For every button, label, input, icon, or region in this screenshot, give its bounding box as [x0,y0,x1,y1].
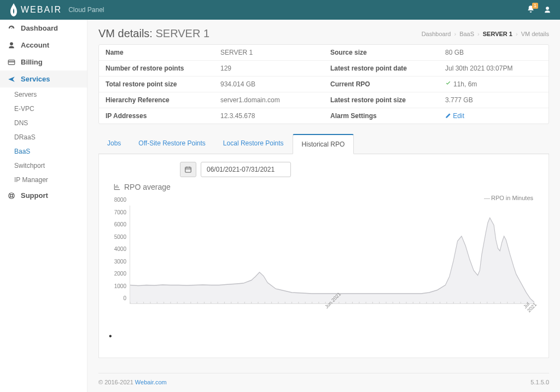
tab-local-restore-points[interactable]: Local Restore Points [214,134,293,154]
sidebar-item-label: Billing [21,58,43,66]
svg-rect-1 [8,61,15,62]
detail-value: 80 GB [445,49,464,56]
sidebar-item-label: Support [21,191,48,200]
detail-row: Current RPO11h, 6m [324,77,549,92]
brand-name: WEBAIR [21,5,62,15]
user-icon [8,42,15,49]
detail-value: SERVER 1 [220,49,253,56]
y-tick: 8000 [114,197,126,203]
detail-value: 12.3.45.678 [220,112,255,120]
sidebar-sub-draas[interactable]: DRaaS [0,130,87,144]
detail-value: 3.777 GB [445,96,473,104]
y-tick: 0 [123,295,126,301]
chart-area-fill [130,218,534,303]
detail-label: Latest restore point date [330,65,445,72]
detail-row: Latest restore point size3.777 GB [324,92,549,108]
detail-value: Jul 30th 2021 03:07PM [445,65,512,72]
y-tick: 5000 [114,233,126,239]
y-tick: 3000 [114,258,126,264]
detail-value: 934.014 GB [220,80,255,88]
bullet-marker: • [109,331,539,341]
tabs: JobsOff-Site Restore PointsLocal Restore… [98,134,549,154]
brand-flame-icon [9,3,19,16]
breadcrumb-item[interactable]: SERVER 1 [483,31,512,37]
breadcrumb-item[interactable]: Dashboard [422,31,451,37]
vm-details-card: NameSERVER 1Number of restore points129T… [98,44,549,124]
sidebar-sub-servers[interactable]: Servers [0,87,87,102]
sidebar-item-billing[interactable]: Billing [0,54,87,71]
detail-label: Latest restore point size [330,96,445,104]
detail-label: Hierarchy Reference [106,96,220,104]
detail-row: Latest restore point dateJul 30th 2021 0… [324,61,549,77]
breadcrumb-item[interactable]: BaaS [459,31,474,37]
detail-value: 11h, 6m [445,80,477,88]
sidebar-item-services[interactable]: Services [0,71,87,87]
user-menu-icon[interactable] [544,6,551,14]
footer-link[interactable]: Webair.com [135,379,167,385]
check-icon [445,80,451,88]
calendar-icon [184,166,192,173]
edit-link[interactable]: Edit [445,112,464,120]
y-tick: 6000 [114,221,126,227]
sidebar-item-label: Dashboard [21,24,58,32]
sidebar-sub-ip-manager[interactable]: IP Manager [0,173,87,187]
brand[interactable]: WEBAIR Cloud Panel [9,3,104,16]
detail-value[interactable]: Edit [445,112,464,120]
detail-value: server1.domain.com [220,96,280,104]
sidebar-item-account[interactable]: Account [0,37,87,54]
sidebar-sub-e-vpc[interactable]: E-VPC [0,102,87,116]
detail-row: IP Addresses12.3.45.678 [99,108,324,124]
chart-title: RPO average [113,183,539,191]
detail-label: Source size [330,49,445,56]
svg-point-3 [10,194,13,197]
date-range-input[interactable] [201,162,291,177]
y-tick: 2000 [114,271,126,277]
detail-label: Name [106,49,220,56]
sidebar-sub-baas[interactable]: BaaS [0,144,87,159]
tab-off-site-restore-points[interactable]: Off-Site Restore Points [130,134,214,154]
calendar-button[interactable] [180,162,196,177]
notifications-button[interactable]: 1 [527,5,535,15]
detail-row: Total restore point size934.014 GB [99,77,324,92]
detail-label: IP Addresses [106,112,220,120]
y-tick: 4000 [114,246,126,252]
sidebar-sub-dns[interactable]: DNS [0,116,87,130]
sidebar: Dashboard Account Billing Services Serve… [0,20,88,392]
detail-label: Number of restore points [106,65,220,72]
brand-subtitle: Cloud Panel [68,6,104,14]
main-content: VM details: SERVER 1 Dashboard›BaaS›SERV… [88,20,560,392]
detail-row: NameSERVER 1 [99,45,324,61]
page-title: VM details: SERVER 1 [98,27,209,40]
svg-rect-4 [185,167,191,172]
detail-value: 129 [220,65,231,72]
server-name: SERVER 1 [156,27,210,39]
credit-card-icon [8,58,15,66]
detail-label: Total restore point size [106,80,220,88]
bar-chart-icon [113,183,121,191]
detail-row: Number of restore points129 [99,61,324,77]
detail-row: Alarm Settings Edit [324,108,549,124]
tab-historical-rpo[interactable]: Historical RPO [293,134,354,154]
breadcrumb-item: VM details [521,31,549,37]
detail-row: Source size80 GB [324,45,549,61]
sidebar-item-label: Services [21,75,50,83]
breadcrumb: Dashboard›BaaS›SERVER 1›VM details [422,31,549,37]
topbar-right: 1 [527,5,551,15]
detail-label: Current RPO [330,80,445,88]
tab-jobs[interactable]: Jobs [98,134,130,154]
sidebar-item-label: Account [21,41,49,49]
sidebar-item-support[interactable]: Support [0,187,87,204]
bell-badge: 1 [532,3,538,9]
date-range-row [180,162,539,177]
tabs-section: JobsOff-Site Restore PointsLocal Restore… [98,134,549,358]
y-tick: 1000 [114,283,126,289]
sidebar-sub-switchport[interactable]: Switchport [0,159,87,173]
topbar: WEBAIR Cloud Panel 1 [0,0,560,20]
footer-version: 5.1.5.0 [530,379,549,385]
dashboard-icon [8,25,15,32]
footer-copyright: © 2016-2021 Webair.com [98,379,167,385]
plane-icon [8,75,15,83]
rpo-chart: —RPO in Minutes 010002000300040005000600… [109,195,539,320]
life-ring-icon [8,192,15,200]
sidebar-item-dashboard[interactable]: Dashboard [0,20,87,37]
